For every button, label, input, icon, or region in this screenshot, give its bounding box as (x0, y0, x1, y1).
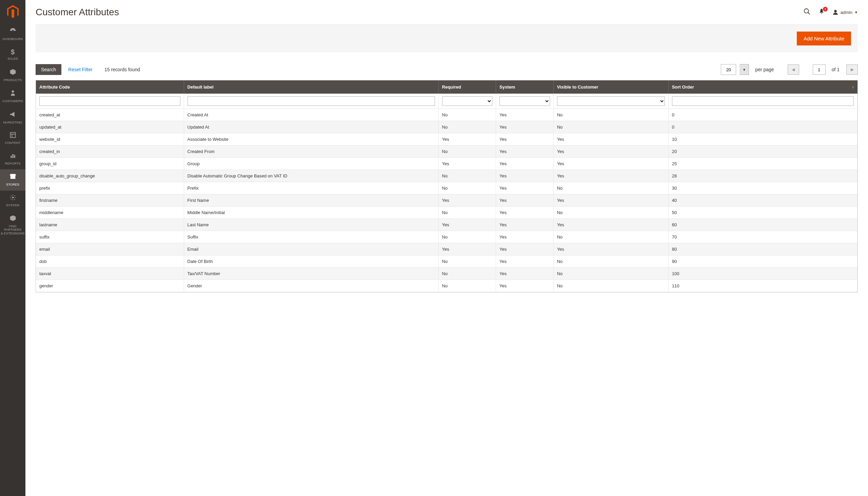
table-row[interactable]: dobDate Of BirthNoYesNo90 (36, 255, 857, 268)
search-icon[interactable] (803, 8, 811, 17)
cell-vis: Yes (553, 219, 668, 231)
per-page-dropdown[interactable]: ▼ (739, 64, 749, 75)
table-row[interactable]: taxvatTax/VAT NumberNoYesNo100 (36, 268, 857, 280)
content-icon (10, 131, 16, 140)
cell-vis: No (553, 182, 668, 195)
svg-rect-1 (10, 133, 15, 138)
per-page-label: per page (755, 67, 774, 72)
svg-point-0 (12, 91, 14, 93)
system-icon (10, 194, 16, 202)
cell-req: Yes (438, 133, 496, 145)
nav-item-products[interactable]: PRODUCTS (0, 65, 26, 86)
notifications-icon[interactable]: 3 (818, 8, 825, 17)
cell-vis: Yes (553, 195, 668, 207)
filter-attribute-code[interactable] (39, 96, 180, 106)
cell-vis: No (553, 255, 668, 268)
cell-vis: No (553, 109, 668, 121)
nav-item-reports[interactable]: REPORTS (0, 149, 26, 169)
col-required[interactable]: Required (438, 80, 496, 94)
cell-req: Yes (438, 243, 496, 255)
table-row[interactable]: middlenameMiddle Name/InitialNoYesNo50 (36, 207, 857, 219)
cell-sys: Yes (496, 170, 554, 182)
table-row[interactable]: updated_atUpdated AtNoYesNo0 (36, 121, 857, 133)
per-page-input[interactable] (721, 64, 736, 75)
nav-item-customers[interactable]: CUSTOMERS (0, 86, 26, 107)
nav-label: REPORTS (5, 162, 21, 165)
table-row[interactable]: disable_auto_group_changeDisable Automat… (36, 170, 857, 182)
cell-code: middlename (36, 207, 184, 219)
cell-label: Group (184, 158, 438, 170)
table-row[interactable]: created_inCreated FromNoYesYes20 (36, 145, 857, 158)
filter-required[interactable] (442, 96, 493, 106)
page-number-input[interactable] (813, 64, 825, 75)
cell-req: Yes (438, 195, 496, 207)
filter-sort-order[interactable] (672, 96, 854, 106)
magento-logo[interactable] (0, 0, 26, 24)
page-of-label: of 1 (832, 67, 839, 72)
nav-label: PRODUCTS (4, 78, 22, 82)
nav-item-marketing[interactable]: MARKETING (0, 107, 26, 128)
svg-point-10 (834, 10, 837, 13)
reports-icon (10, 152, 16, 160)
cell-order: 20 (668, 145, 857, 158)
cell-order: 25 (668, 158, 857, 170)
search-button[interactable]: Search (36, 64, 61, 75)
cell-order: 60 (668, 219, 857, 231)
cell-sys: Yes (496, 280, 554, 292)
cell-code: lastname (36, 219, 184, 231)
nav-item-dashboard[interactable]: DASHBOARD (0, 24, 26, 45)
nav-item-partners[interactable]: FIND PARTNERS & EXTENSIONS (0, 211, 26, 239)
cell-label: Date Of Birth (184, 255, 438, 268)
table-row[interactable]: group_idGroupYesYesYes25 (36, 158, 857, 170)
cell-vis: Yes (553, 158, 668, 170)
table-row[interactable]: emailEmailYesYesYes80 (36, 243, 857, 255)
nav-item-stores[interactable]: STORES (0, 169, 26, 190)
main-content: Customer Attributes 3 admin ▼ Add New At… (26, 0, 868, 496)
table-row[interactable]: suffixSuffixNoYesNo70 (36, 231, 857, 243)
cell-order: 70 (668, 231, 857, 243)
nav-item-sales[interactable]: $SALES (0, 45, 26, 64)
cell-sys: Yes (496, 133, 554, 145)
cell-code: gender (36, 280, 184, 292)
cell-req: Yes (438, 158, 496, 170)
col-sort-order[interactable]: Sort Order↓ (668, 80, 857, 94)
cell-label: First Name (184, 195, 438, 207)
col-visible[interactable]: Visible to Customer (553, 80, 668, 94)
table-row[interactable]: lastnameLast NameYesYesYes60 (36, 219, 857, 231)
filter-system[interactable] (499, 96, 550, 106)
filter-row (36, 94, 857, 109)
filter-default-label[interactable] (188, 96, 435, 106)
svg-point-8 (804, 9, 808, 13)
table-row[interactable]: firstnameFirst NameYesYesYes40 (36, 195, 857, 207)
add-new-attribute-button[interactable]: Add New Attribute (797, 32, 851, 45)
cell-sys: Yes (496, 109, 554, 121)
user-menu[interactable]: admin ▼ (832, 9, 858, 15)
cell-sys: Yes (496, 231, 554, 243)
cell-order: 0 (668, 109, 857, 121)
nav-item-content[interactable]: CONTENT (0, 128, 26, 149)
cell-code: firstname (36, 195, 184, 207)
chevron-down-icon: ▼ (854, 11, 858, 14)
table-row[interactable]: prefixPrefixNoYesNo30 (36, 182, 857, 195)
table-row[interactable]: genderGenderNoYesNo110 (36, 280, 857, 292)
nav-item-system[interactable]: SYSTEM (0, 191, 26, 211)
cell-order: 110 (668, 280, 857, 292)
cell-vis: No (553, 207, 668, 219)
table-row[interactable]: created_atCreated AtNoYesNo0 (36, 109, 857, 121)
col-attribute-code[interactable]: Attribute Code (36, 80, 184, 94)
nav-label: CONTENT (5, 141, 21, 144)
filter-visible[interactable] (557, 96, 665, 106)
table-row[interactable]: website_idAssociate to WebsiteYesYesYes1… (36, 133, 857, 145)
prev-page-button[interactable]: ◀ (788, 64, 799, 75)
nav-label: SYSTEM (6, 204, 19, 207)
cell-code: website_id (36, 133, 184, 145)
col-default-label[interactable]: Default label (184, 80, 438, 94)
cell-order: 0 (668, 121, 857, 133)
cell-vis: No (553, 121, 668, 133)
cell-label: Middle Name/Initial (184, 207, 438, 219)
page-title: Customer Attributes (36, 7, 119, 18)
col-system[interactable]: System (496, 80, 554, 94)
next-page-button[interactable]: ▶ (846, 64, 858, 75)
cell-sys: Yes (496, 182, 554, 195)
reset-filter-link[interactable]: Reset Filter (68, 67, 93, 72)
